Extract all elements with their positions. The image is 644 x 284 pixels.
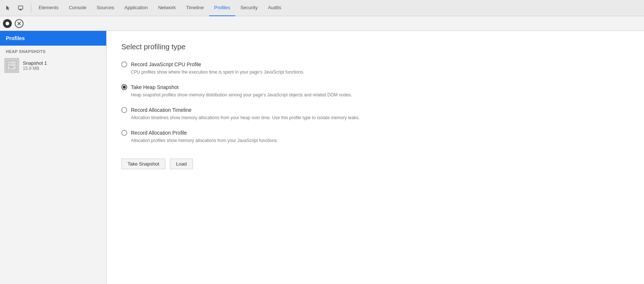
cpu-profile-label[interactable]: Record JavaScript CPU Profile bbox=[131, 61, 201, 67]
sidebar-section-label: HEAP SNAPSHOTS bbox=[0, 46, 106, 56]
allocation-timeline-label[interactable]: Record Allocation Timeline bbox=[131, 107, 192, 113]
heap-snapshot-option: Take Heap Snapshot Heap snapshot profile… bbox=[121, 84, 629, 98]
cursor-tool-button[interactable] bbox=[3, 3, 13, 13]
sidebar-header: Profiles bbox=[0, 31, 106, 46]
clear-icon bbox=[17, 21, 21, 26]
allocation-timeline-header: Record Allocation Timeline bbox=[121, 107, 629, 113]
tab-application[interactable]: Application bbox=[119, 0, 153, 16]
top-toolbar: Elements Console Sources Application Net… bbox=[0, 0, 644, 16]
svg-point-3 bbox=[6, 22, 9, 25]
snapshot-icon: % bbox=[4, 58, 19, 73]
allocation-profile-label[interactable]: Record Allocation Profile bbox=[131, 130, 187, 136]
record-button[interactable] bbox=[3, 19, 12, 28]
cursor-icon bbox=[5, 5, 11, 11]
main-tab-nav: Elements Console Sources Application Net… bbox=[33, 0, 286, 16]
sidebar-header-label: Profiles bbox=[6, 35, 25, 41]
sidebar: Profiles HEAP SNAPSHOTS % Snapshot 1 15.… bbox=[0, 31, 107, 284]
inspect-tool-button[interactable] bbox=[15, 3, 26, 13]
tab-audits[interactable]: Audits bbox=[263, 0, 286, 16]
svg-rect-0 bbox=[18, 6, 23, 9]
allocation-timeline-radio[interactable] bbox=[121, 107, 127, 113]
tab-console[interactable]: Console bbox=[64, 0, 92, 16]
snapshot-info: Snapshot 1 15.9 MB bbox=[23, 60, 47, 71]
cpu-profile-desc: CPU profiles show where the execution ti… bbox=[131, 69, 629, 75]
allocation-profile-desc: Allocation profiles show memory allocati… bbox=[131, 137, 629, 144]
tab-security[interactable]: Security bbox=[235, 0, 263, 16]
heap-snapshot-desc: Heap snapshot profiles show memory distr… bbox=[131, 92, 629, 98]
svg-rect-2 bbox=[20, 9, 21, 10]
tab-elements[interactable]: Elements bbox=[33, 0, 64, 16]
tab-network[interactable]: Network bbox=[153, 0, 181, 16]
cpu-profile-header: Record JavaScript CPU Profile bbox=[121, 61, 629, 67]
allocation-profile-header: Record Allocation Profile bbox=[121, 130, 629, 136]
allocation-timeline-option: Record Allocation Timeline Allocation ti… bbox=[121, 107, 629, 121]
profiling-options: Record JavaScript CPU Profile CPU profil… bbox=[121, 61, 629, 153]
content-area: Select profiling type Record JavaScript … bbox=[107, 31, 644, 284]
take-snapshot-button[interactable]: Take Snapshot bbox=[121, 159, 165, 169]
tab-profiles[interactable]: Profiles bbox=[209, 0, 235, 16]
record-icon bbox=[6, 22, 9, 25]
heap-snapshot-header: Take Heap Snapshot bbox=[121, 84, 629, 90]
snapshot-size: 15.9 MB bbox=[23, 66, 47, 71]
toolbar-icons bbox=[3, 3, 26, 13]
action-buttons: Take Snapshot Load bbox=[121, 159, 629, 169]
cpu-profile-radio[interactable] bbox=[121, 61, 127, 67]
inspect-icon bbox=[18, 5, 24, 11]
second-toolbar bbox=[0, 16, 644, 31]
snapshot-list-item[interactable]: % Snapshot 1 15.9 MB bbox=[0, 56, 106, 75]
cpu-profile-option: Record JavaScript CPU Profile CPU profil… bbox=[121, 61, 629, 75]
snapshot-name: Snapshot 1 bbox=[23, 60, 47, 66]
main-layout: Profiles HEAP SNAPSHOTS % Snapshot 1 15.… bbox=[0, 31, 644, 284]
allocation-profile-option: Record Allocation Profile Allocation pro… bbox=[121, 130, 629, 144]
allocation-timeline-desc: Allocation timelines show memory allocat… bbox=[131, 114, 629, 121]
heap-snapshot-label[interactable]: Take Heap Snapshot bbox=[131, 84, 179, 90]
snapshot-thumbnail-icon: % bbox=[7, 60, 17, 71]
clear-button[interactable] bbox=[15, 19, 24, 28]
allocation-profile-radio[interactable] bbox=[121, 130, 127, 136]
tab-timeline[interactable]: Timeline bbox=[181, 0, 209, 16]
tab-sources[interactable]: Sources bbox=[92, 0, 119, 16]
heap-snapshot-radio[interactable] bbox=[121, 84, 127, 90]
load-button[interactable]: Load bbox=[170, 159, 193, 169]
svg-rect-1 bbox=[19, 10, 22, 10]
section-title: Select profiling type bbox=[121, 43, 629, 51]
toolbar-divider bbox=[31, 4, 31, 13]
svg-text:%: % bbox=[10, 65, 13, 69]
